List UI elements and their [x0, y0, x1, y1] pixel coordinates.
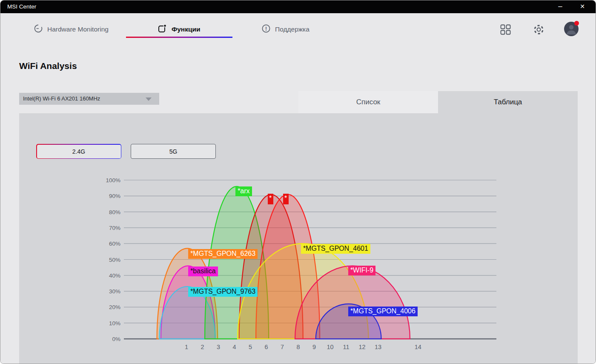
x-axis-label: 8 — [296, 344, 300, 350]
nav-item-functions[interactable]: Функции — [157, 20, 201, 39]
x-axis-label: 2 — [201, 344, 204, 350]
functions-icon — [157, 23, 167, 35]
y-axis-label: 10% — [109, 320, 120, 327]
y-axis-label: 20% — [109, 304, 120, 310]
minimize-button[interactable]: – — [550, 0, 570, 13]
window-title: MSI Center — [7, 3, 36, 10]
notification-dot — [574, 21, 579, 26]
support-icon: ! — [261, 24, 271, 35]
title-bar: MSI Center – ✕ — [0, 0, 596, 13]
x-axis-label: 9 — [312, 344, 316, 350]
x-axis-label: 4 — [232, 344, 236, 350]
nav-label: Функции — [172, 26, 201, 33]
band-button-5g[interactable]: 5G — [131, 144, 216, 159]
avatar[interactable] — [564, 22, 579, 36]
y-axis-label: 30% — [109, 288, 120, 295]
app-window: MSI Center – ✕ Hardware Monitoring Функц… — [0, 0, 596, 364]
svg-text:!: ! — [265, 26, 267, 32]
band-button-2-4g-label: 2.4G — [37, 145, 121, 158]
wifi-channel-chart: 0%10%20%30%40%50%60%70%80%90%100%1234567… — [98, 171, 507, 354]
x-axis-label: 10 — [327, 344, 333, 350]
x-axis-label: 14 — [415, 344, 421, 350]
adapter-dropdown[interactable]: Intel(R) Wi-Fi 6 AX201 160MHz — [19, 93, 159, 105]
page-title: WiFi Analysis — [19, 61, 77, 71]
x-axis-label: 7 — [281, 344, 284, 350]
nav-item-hardware-monitoring[interactable]: Hardware Monitoring — [34, 20, 109, 39]
x-axis-label: 3 — [217, 344, 220, 350]
adapter-dropdown-value: Intel(R) Wi-Fi 6 AX201 160MHz — [23, 95, 100, 102]
y-axis-label: 50% — [109, 257, 120, 263]
tab-list-view[interactable]: Список — [298, 91, 438, 113]
gear-icon[interactable] — [533, 24, 544, 37]
gauge-icon — [34, 24, 43, 35]
x-axis-label: 6 — [264, 344, 268, 350]
tab-table-view[interactable]: Таблица — [438, 91, 578, 113]
nav-item-support[interactable]: ! Поддержка — [261, 20, 309, 39]
y-axis-label: 100% — [106, 177, 120, 183]
x-axis-label: 5 — [249, 344, 252, 350]
band-button-2-4g[interactable]: 2.4G — [36, 144, 121, 159]
page-body: Hardware Monitoring Функции ! Поддержка — [0, 13, 596, 364]
y-axis-label: 90% — [109, 193, 120, 199]
active-tab-underline — [126, 37, 232, 38]
x-axis-label: 13 — [375, 344, 381, 350]
y-axis-label: 60% — [109, 241, 120, 247]
y-axis-label: 40% — [109, 272, 120, 279]
y-axis-label: 70% — [109, 225, 120, 231]
x-axis-label: 12 — [358, 344, 365, 350]
nav-label: Hardware Monitoring — [47, 26, 109, 33]
y-axis-label: 80% — [109, 209, 120, 215]
chevron-down-icon — [146, 97, 152, 101]
grid-icon[interactable] — [500, 24, 511, 37]
y-axis-label: 0% — [112, 336, 120, 342]
chart-canvas: 0%10%20%30%40%50%60%70%80%90%100%1234567… — [98, 171, 507, 354]
x-axis-label: 11 — [343, 344, 349, 350]
x-axis-label: 1 — [185, 344, 188, 350]
nav-label: Поддержка — [275, 26, 309, 33]
wifi-analysis-panel: 2.4G 5G 0%10%20%30%40%50%60%70%80%90%100… — [19, 113, 578, 364]
close-button[interactable]: ✕ — [573, 0, 592, 13]
